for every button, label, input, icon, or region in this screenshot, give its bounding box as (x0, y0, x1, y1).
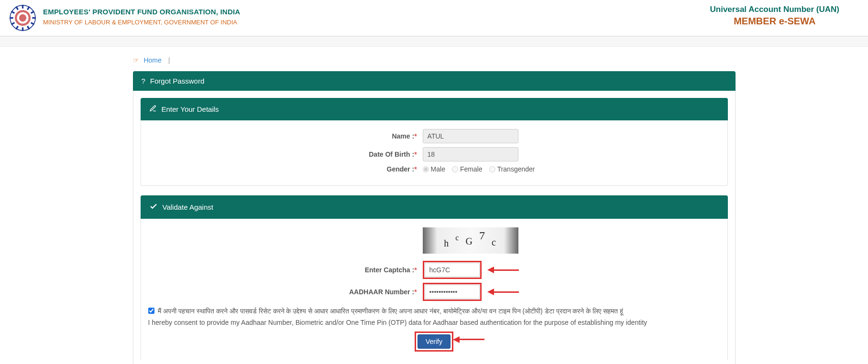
hand-pointer-icon: ☞ (133, 56, 139, 64)
gender-female-option[interactable]: Female (452, 165, 483, 173)
consent-checkbox[interactable] (148, 308, 154, 314)
consent-text-english: I hereby consent to provide my Aadhaar N… (148, 319, 648, 326)
validate-header: Validate Against (141, 195, 728, 219)
svg-point-3 (19, 14, 26, 21)
verify-button[interactable]: Verify (418, 334, 450, 349)
validate-body: h c G 7 c Enter Captcha :* AADHAAR Numbe… (141, 219, 728, 360)
breadcrumb-home-link[interactable]: Home (143, 56, 161, 64)
uan-title: Universal Account Number (UAN) (710, 5, 839, 14)
gender-trans-option[interactable]: Transgender (489, 165, 535, 173)
verify-row: Verify (415, 332, 453, 352)
consent-text-hindi: मैं अपनी पहचान स्थापित करने और पासवर्ड र… (158, 307, 623, 315)
captcha-label: Enter Captcha :* (148, 266, 423, 274)
gender-male-option[interactable]: Male (423, 165, 445, 173)
arrow-annotation-icon (487, 289, 519, 295)
header: EMPLOYEES' PROVIDENT FUND ORGANISATION, … (0, 0, 868, 36)
breadcrumb: ☞ Home | (133, 52, 736, 71)
captcha-input[interactable] (425, 263, 480, 277)
header-right: Universal Account Number (UAN) MEMBER e-… (710, 5, 858, 27)
header-left: EMPLOYEES' PROVIDENT FUND ORGANISATION, … (10, 5, 240, 31)
svg-rect-13 (10, 17, 13, 19)
dob-label: Date Of Birth :* (148, 150, 423, 158)
edit-icon (149, 105, 157, 114)
main-container: ☞ Home | ? Forgot Password Enter Your De… (123, 47, 745, 364)
org-subtitle: MINISTRY OF LABOUR & EMPLOYMENT, GOVERNM… (43, 19, 240, 26)
gender-label: Gender :* (148, 165, 423, 173)
spacer-bar (0, 36, 868, 47)
panel-forgot-password-header: ? Forgot Password (133, 71, 736, 91)
panel-title: Forgot Password (150, 77, 204, 85)
svg-rect-7 (32, 17, 36, 19)
aadhaar-input[interactable] (425, 285, 480, 299)
aadhaar-label: AADHAAR Number :* (148, 288, 423, 296)
dob-input (423, 147, 518, 161)
enter-details-body: Name :* Date Of Birth :* Gender :* Male … (141, 120, 728, 186)
enter-details-title: Enter Your Details (162, 105, 219, 113)
name-input (423, 129, 518, 143)
check-icon (149, 202, 158, 212)
arrow-annotation-icon (487, 267, 519, 273)
enter-details-header: Enter Your Details (141, 98, 728, 120)
svg-rect-4 (22, 5, 23, 9)
gender-options: Male Female Transgender (423, 165, 720, 173)
org-title: EMPLOYEES' PROVIDENT FUND ORGANISATION, … (43, 8, 240, 16)
epfo-logo-icon (10, 5, 36, 31)
member-sewa: MEMBER e-SEWA (710, 16, 839, 27)
breadcrumb-separator: | (168, 56, 170, 64)
svg-rect-10 (22, 27, 23, 31)
arrow-annotation-icon (453, 336, 484, 343)
consent-block: मैं अपनी पहचान स्थापित करने और पासवर्ड र… (148, 306, 720, 329)
captcha-image: h c G 7 c (423, 227, 518, 254)
question-icon: ? (142, 77, 145, 85)
validate-title: Validate Against (163, 203, 213, 211)
name-label: Name :* (148, 132, 423, 140)
panel-body: Enter Your Details Name :* Date Of Birth… (133, 91, 736, 364)
